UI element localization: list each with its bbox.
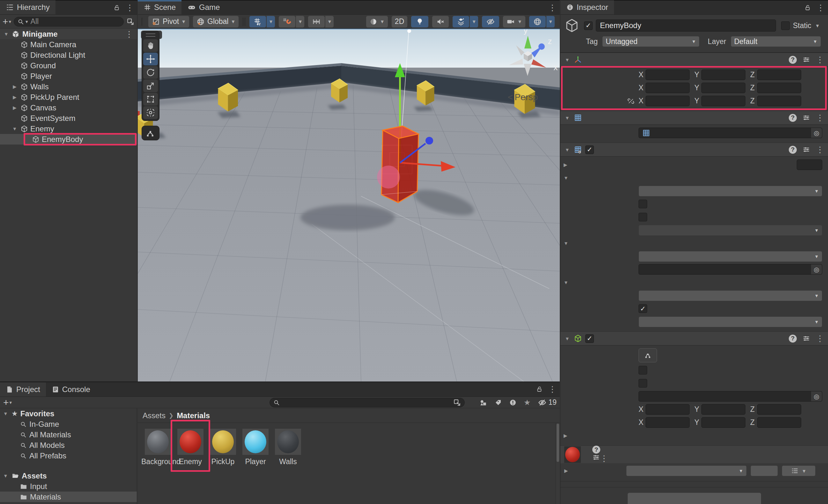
foldout-collapsed-icon[interactable]: ▶ <box>564 468 568 474</box>
lock-icon[interactable] <box>804 4 812 11</box>
tab-inspector[interactable]: Inspector <box>561 0 614 14</box>
favorite-all-materials[interactable]: All Materials <box>0 429 137 440</box>
gizmos-caret[interactable]: ▼ <box>546 16 555 28</box>
edit-collider-button[interactable] <box>638 348 657 362</box>
cast-shadows-dropdown[interactable]: ▼ <box>638 186 822 197</box>
preset-icon[interactable] <box>592 454 600 461</box>
picker-icon[interactable] <box>453 398 461 407</box>
snap-toggle[interactable] <box>279 16 296 28</box>
tab-game[interactable]: Game <box>181 0 225 14</box>
shader-list-button[interactable]: ▼ <box>782 465 816 476</box>
object-picker-icon[interactable]: ◎ <box>811 264 822 274</box>
material-tile-enemy[interactable]: Enemy <box>174 429 207 466</box>
shader-edit-button[interactable] <box>750 465 778 476</box>
hierarchy-item-player[interactable]: Player <box>0 71 137 81</box>
rotation-x-field[interactable] <box>646 83 690 93</box>
materials-count-field[interactable] <box>797 160 822 170</box>
layer-dropdown[interactable]: Default▼ <box>731 36 821 47</box>
folder-prefabs[interactable]: Prefabs <box>0 502 137 504</box>
favorites-star-icon[interactable]: ★ <box>524 398 531 407</box>
hierarchy-item-ground[interactable]: Ground <box>0 60 137 71</box>
hierarchy-item-enemy[interactable]: ▼Enemy <box>0 123 137 134</box>
alert-icon[interactable] <box>509 399 517 406</box>
add-object-button[interactable]: +▾ <box>3 17 11 27</box>
tag-dropdown[interactable]: Untagged▼ <box>602 36 699 47</box>
component-enabled-checkbox[interactable]: ✓ <box>585 334 594 343</box>
hierarchy-item-directional-light[interactable]: Directional Light <box>0 50 137 60</box>
material-tile-pickup[interactable]: PickUp <box>206 429 240 466</box>
snap-options-caret[interactable]: ▼ <box>296 16 304 28</box>
hierarchy-item-pickup-parent[interactable]: ▶PickUp Parent <box>0 92 137 102</box>
hand-tool[interactable] <box>143 39 158 52</box>
preset-icon[interactable] <box>802 146 810 154</box>
preset-icon[interactable] <box>802 114 810 122</box>
component-kebab-icon[interactable]: ⋮ <box>816 114 824 122</box>
breadcrumb-assets[interactable]: Assets <box>142 411 166 420</box>
foldout-expanded-icon[interactable]: ▼ <box>565 336 571 341</box>
add-component-button[interactable] <box>627 493 761 504</box>
tab-scene[interactable]: Scene <box>138 0 181 14</box>
position-y-field[interactable] <box>701 70 745 80</box>
scene-visibility-toggle[interactable] <box>482 16 499 28</box>
project-search-input[interactable] <box>270 398 465 407</box>
kebab-menu-icon[interactable]: ⋮ <box>817 3 825 12</box>
preset-icon[interactable] <box>802 335 810 342</box>
foldout-expanded-icon[interactable]: ▼ <box>11 126 18 131</box>
component-kebab-icon[interactable]: ⋮ <box>816 334 824 343</box>
contribute-global-illumi-checkbox[interactable] <box>638 213 647 221</box>
pivot-dropdown[interactable]: Pivot▼ <box>148 16 190 28</box>
tab-project[interactable]: Project <box>0 382 46 396</box>
favorites-root[interactable]: ▼★Favorites <box>0 408 137 419</box>
scene-header-minigame[interactable]: ▼ Minigame ⋮ <box>0 29 137 39</box>
material-header[interactable]: ?⋮ <box>561 445 828 463</box>
help-icon[interactable]: ? <box>789 146 797 154</box>
camera-settings-button[interactable]: ▼ <box>503 16 526 28</box>
effects-toggle[interactable] <box>452 16 469 28</box>
object-picker-icon[interactable]: ◎ <box>811 391 822 401</box>
grid-visibility-toggle[interactable]: Y <box>249 16 266 28</box>
global-dropdown[interactable]: Global▼ <box>193 16 239 28</box>
favorite-all-models[interactable]: All Models <box>0 440 137 451</box>
folder-materials[interactable]: Materials <box>0 492 137 502</box>
draw-mode-dropdown[interactable]: ▼ <box>366 16 388 28</box>
component-header-meshfilter[interactable]: ▼?⋮ <box>561 111 828 125</box>
dynamic-occlusion-checkbox[interactable]: ✓ <box>638 304 647 313</box>
foldout-collapsed-icon[interactable]: ▶ <box>11 105 18 111</box>
hidden-count-toggle[interactable]: 19 <box>537 398 556 407</box>
static-shadow-caster-checkbox[interactable] <box>638 200 647 208</box>
component-kebab-icon[interactable]: ⋮ <box>816 55 824 64</box>
foldout-collapsed-icon[interactable]: ▶ <box>11 84 18 90</box>
position-x-field[interactable] <box>646 70 690 80</box>
transform-tool[interactable] <box>143 106 158 119</box>
grid-options-caret[interactable]: ▼ <box>266 16 275 28</box>
size-z-field[interactable] <box>757 417 801 428</box>
center-y-field[interactable] <box>701 404 745 415</box>
scale-tool[interactable] <box>143 79 158 92</box>
favorite-all-prefabs[interactable]: All Prefabs <box>0 451 137 461</box>
kebab-menu-icon[interactable]: ⋮ <box>126 3 134 12</box>
favorite-in-game[interactable]: In-Game <box>0 419 137 429</box>
foldout-collapsed-icon[interactable]: ▶ <box>11 94 18 100</box>
breadcrumb-materials[interactable]: Materials <box>177 411 210 420</box>
gameobject-icon[interactable] <box>564 18 580 33</box>
foldout-expanded-icon[interactable]: ▼ <box>564 241 568 246</box>
foldout-collapsed-icon[interactable]: ▶ <box>564 433 568 438</box>
motion-vectors-dropdown[interactable]: ▼ <box>638 290 822 301</box>
active-checkbox[interactable]: ✓ <box>584 22 593 30</box>
object-picker-icon[interactable]: ◎ <box>811 128 822 138</box>
foldout-expanded-icon[interactable]: ▼ <box>565 115 571 121</box>
component-header-boxcollider[interactable]: ▼✓?⋮ <box>561 331 828 345</box>
rendering-layer-mask-dropdown[interactable]: ▼ <box>638 317 822 327</box>
tab-console[interactable]: Console <box>46 382 96 396</box>
hierarchy-item-enemybody[interactable]: EnemyBody <box>0 134 137 144</box>
tab-hierarchy[interactable]: Hierarchy <box>0 0 55 14</box>
help-icon[interactable]: ? <box>789 335 797 343</box>
is-trigger-checkbox[interactable] <box>638 366 647 375</box>
hierarchy-item-walls[interactable]: ▶Walls <box>0 81 137 92</box>
preset-icon[interactable] <box>802 56 810 64</box>
help-icon[interactable]: ? <box>789 56 797 64</box>
rotate-tool[interactable] <box>143 66 158 79</box>
provides-contacts-checkbox[interactable] <box>638 379 647 387</box>
size-x-field[interactable] <box>646 417 690 428</box>
hierarchy-item-eventsystem[interactable]: EventSystem <box>0 113 137 123</box>
